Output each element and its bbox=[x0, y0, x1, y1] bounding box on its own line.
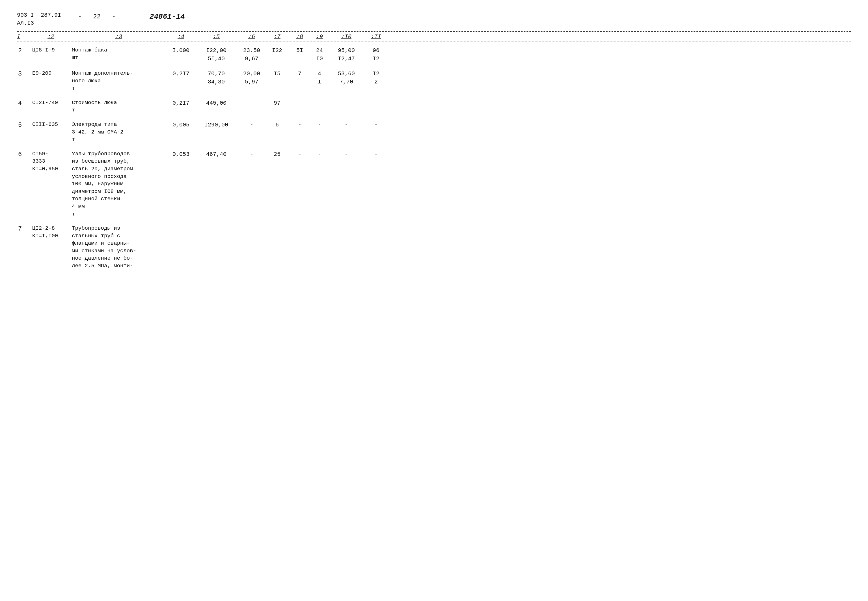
col-header-8: :8 bbox=[288, 34, 311, 40]
row-2-col-11: I2 2 bbox=[365, 69, 387, 87]
row-2-col-2: E9-209 bbox=[31, 69, 71, 78]
row-5-col-8: - bbox=[288, 149, 311, 159]
table-body: 2ЦI8-I-9Монтаж бака штI,000I22,00 5I,402… bbox=[17, 43, 851, 273]
row-4-col-11: - bbox=[365, 120, 387, 130]
row-3-col-4: 0,2I7 bbox=[167, 98, 195, 108]
row-5-col-5: 467,40 bbox=[195, 149, 238, 159]
row-4-col-5: I290,00 bbox=[195, 120, 238, 130]
row-3-col-8: - bbox=[288, 98, 311, 108]
row-1-col-10: 95,00 I2,47 bbox=[328, 46, 365, 63]
row-3-col-2: CI2I-749 bbox=[31, 98, 71, 107]
col-header-5: :5 bbox=[195, 34, 238, 40]
row-3-col-1: 4 bbox=[17, 98, 31, 108]
row-4-col-3: Электроды типа 3-42, 2 мм ОМА-2 т bbox=[71, 120, 167, 144]
row-6-col-11 bbox=[365, 224, 387, 225]
row-3-col-5: 445,00 bbox=[195, 98, 238, 108]
header-dash2: - bbox=[112, 13, 116, 20]
col-header-4: :4 bbox=[167, 34, 195, 40]
row-5-col-9: - bbox=[311, 149, 328, 159]
table-row: 2ЦI8-I-9Монтаж бака штI,000I22,00 5I,402… bbox=[17, 43, 851, 66]
row-4-col-8: - bbox=[288, 120, 311, 130]
header-center-num: 22 bbox=[93, 13, 101, 20]
table-row: 4CI2I-749Стоимость люка т0,2I7445,00-97-… bbox=[17, 96, 851, 117]
table-row: 3E9-209Монтаж дополнитель- ного люка т0,… bbox=[17, 66, 851, 96]
row-2-col-6: 20,00 5,97 bbox=[238, 69, 266, 87]
row-2-col-5: 70,70 34,30 bbox=[195, 69, 238, 87]
row-2-col-7: I5 bbox=[266, 69, 288, 78]
table-row: 5CIII-635Электроды типа 3-42, 2 мм ОМА-2… bbox=[17, 117, 851, 147]
row-3-col-9: - bbox=[311, 98, 328, 108]
row-5-col-11: - bbox=[365, 149, 387, 159]
row-4-col-2: CIII-635 bbox=[31, 120, 71, 129]
column-header-row: I :2 :3 :4 :5 :6 :7 :8 :9 :I0 :II bbox=[17, 34, 851, 42]
row-6-col-7 bbox=[266, 224, 288, 225]
row-1-col-9: 24 I0 bbox=[311, 46, 328, 63]
row-6-col-4 bbox=[167, 224, 195, 225]
row-2-col-10: 53,60 7,70 bbox=[328, 69, 365, 87]
row-2-col-1: 3 bbox=[17, 69, 31, 79]
header-dash1: - bbox=[78, 13, 82, 20]
row-1-col-7: I22 bbox=[266, 46, 288, 55]
row-5-col-7: 25 bbox=[266, 149, 288, 159]
header-line1: 903-I- 287.9I bbox=[17, 11, 61, 19]
row-5-col-2: CI59- 3333 KI=0,950 bbox=[31, 149, 71, 173]
row-2-col-3: Монтаж дополнитель- ного люка т bbox=[71, 69, 167, 93]
row-3-col-10: - bbox=[328, 98, 365, 108]
row-2-col-8: 7 bbox=[288, 69, 311, 78]
row-4-col-10: - bbox=[328, 120, 365, 130]
row-5-col-3: Узлы трубопроводов из бесшовных труб, ст… bbox=[71, 149, 167, 218]
col-header-9: :9 bbox=[311, 34, 328, 40]
col-header-6: :6 bbox=[238, 34, 266, 40]
table-row: 6CI59- 3333 KI=0,950Узлы трубопроводов и… bbox=[17, 147, 851, 221]
row-1-col-6: 23,50 9,67 bbox=[238, 46, 266, 63]
row-1-col-3: Монтаж бака шт bbox=[71, 46, 167, 62]
top-dashed-line bbox=[17, 31, 851, 32]
row-1-col-8: 5I bbox=[288, 46, 311, 55]
row-5-col-4: 0,053 bbox=[167, 149, 195, 159]
col-header-11: :II bbox=[365, 34, 387, 40]
row-6-col-2: ЦI2-2-8 KI=I,I00 bbox=[31, 224, 71, 240]
row-1-col-4: I,000 bbox=[167, 46, 195, 55]
row-2-col-4: 0,2I7 bbox=[167, 69, 195, 78]
row-3-col-11: - bbox=[365, 98, 387, 108]
row-1-col-2: ЦI8-I-9 bbox=[31, 46, 71, 55]
row-6-col-1: 7 bbox=[17, 224, 31, 234]
col-header-1: I bbox=[17, 34, 31, 40]
header-line2: Ал.I3 bbox=[17, 19, 61, 27]
row-1-col-1: 2 bbox=[17, 46, 31, 56]
row-5-col-10: - bbox=[328, 149, 365, 159]
row-6-col-9 bbox=[311, 224, 328, 225]
col-header-3: :3 bbox=[71, 34, 167, 40]
row-1-col-5: I22,00 5I,40 bbox=[195, 46, 238, 63]
table-row: 7ЦI2-2-8 KI=I,I00Трубопроводы из стальны… bbox=[17, 221, 851, 273]
row-6-col-8 bbox=[288, 224, 311, 225]
row-4-col-1: 5 bbox=[17, 120, 31, 130]
row-6-col-5 bbox=[195, 224, 238, 225]
row-4-col-6: - bbox=[238, 120, 266, 130]
row-6-col-3: Трубопроводы из стальных труб с фланцами… bbox=[71, 224, 167, 270]
col-header-2: :2 bbox=[31, 34, 71, 40]
row-2-col-9: 4 I bbox=[311, 69, 328, 87]
row-4-col-9: - bbox=[311, 120, 328, 130]
row-4-col-4: 0,005 bbox=[167, 120, 195, 130]
row-6-col-6 bbox=[238, 224, 266, 225]
header: 903-I- 287.9I Ал.I3 - 22 - 24861-14 bbox=[17, 11, 851, 27]
row-5-col-1: 6 bbox=[17, 149, 31, 160]
row-3-col-3: Стоимость люка т bbox=[71, 98, 167, 114]
row-1-col-11: 96 I2 bbox=[365, 46, 387, 63]
row-5-col-6: - bbox=[238, 149, 266, 159]
row-3-col-7: 97 bbox=[266, 98, 288, 108]
row-6-col-10 bbox=[328, 224, 365, 225]
main-table: I :2 :3 :4 :5 :6 :7 :8 :9 :I0 :II 2ЦI8-I… bbox=[17, 34, 851, 273]
row-4-col-7: 6 bbox=[266, 120, 288, 130]
col-header-10: :I0 bbox=[328, 34, 365, 40]
row-3-col-6: - bbox=[238, 98, 266, 108]
header-right-code: 24861-14 bbox=[149, 12, 185, 21]
col-header-7: :7 bbox=[266, 34, 288, 40]
